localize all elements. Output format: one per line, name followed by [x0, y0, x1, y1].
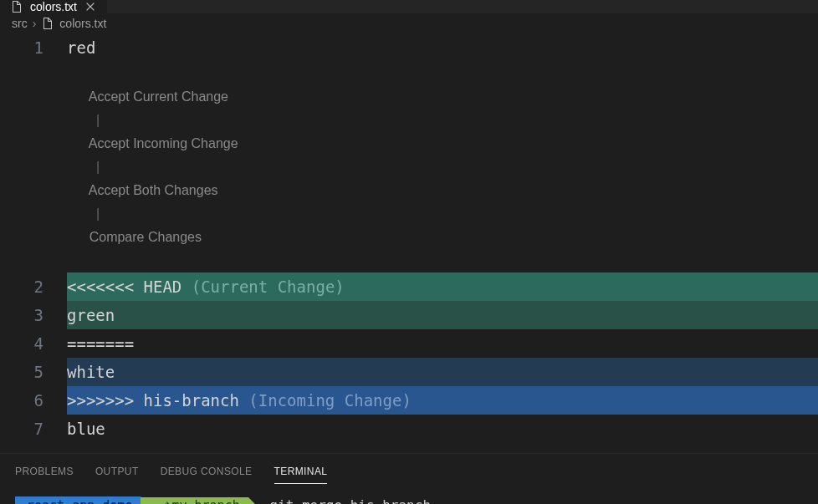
breadcrumb-file[interactable]: colors.txt	[59, 17, 106, 30]
code-content[interactable]: red	[67, 33, 818, 62]
conflict-separator[interactable]: =======	[67, 329, 818, 358]
tab-bar: colors.txt	[0, 0, 818, 13]
close-icon[interactable]	[84, 0, 97, 13]
line-number: 7	[0, 415, 67, 443]
line-number: 1	[0, 33, 67, 62]
code-editor[interactable]: 1 red Accept Current Change | Accept Inc…	[0, 33, 818, 453]
merge-codelens: Accept Current Change | Accept Incoming …	[0, 62, 818, 272]
chevron-right-icon: ›	[33, 17, 37, 30]
code-line: 5 white	[0, 358, 818, 386]
prompt-project-seg: react-app-demo	[15, 496, 141, 504]
tab-debug-console[interactable]: DEBUG CONSOLE	[161, 466, 253, 484]
tab-terminal[interactable]: TERMINAL	[274, 466, 328, 484]
accept-current-button[interactable]: Accept Current Change	[89, 89, 228, 104]
branch-icon: ⎇	[157, 500, 170, 504]
panel-tab-bar: PROBLEMS OUTPUT DEBUG CONSOLE TERMINAL	[0, 461, 818, 484]
prompt-branch-seg: ⎇my-branch	[141, 497, 248, 505]
code-line: 3 green	[0, 301, 818, 329]
code-content[interactable]: white	[67, 358, 818, 386]
terminal-line: react-app-demo⎇my-branch git merge his-b…	[15, 496, 803, 504]
breadcrumb[interactable]: src › colors.txt	[0, 13, 818, 33]
tab-problems[interactable]: PROBLEMS	[15, 466, 74, 484]
code-line: 6 >>>>>>> his-branch (Incoming Change)	[0, 386, 818, 415]
line-number: 4	[0, 329, 67, 358]
editor-tab[interactable]: colors.txt	[0, 0, 108, 13]
conflict-incoming-marker[interactable]: >>>>>>> his-branch (Incoming Change)	[67, 386, 818, 415]
tab-title: colors.txt	[30, 0, 77, 13]
line-number: 5	[0, 358, 67, 386]
code-line: 7 blue	[0, 415, 818, 443]
code-line: 4 =======	[0, 329, 818, 358]
accept-incoming-button[interactable]: Accept Incoming Change	[89, 136, 238, 150]
code-line: 1 red	[0, 33, 818, 62]
terminal-command: git merge his-branch	[269, 497, 431, 504]
code-content[interactable]: blue	[67, 415, 818, 443]
conflict-head-marker[interactable]: <<<<<<< HEAD (Current Change)	[67, 272, 818, 301]
terminal-view[interactable]: react-app-demo⎇my-branch git merge his-b…	[0, 484, 818, 504]
line-number: 3	[0, 301, 67, 329]
file-icon	[10, 0, 23, 13]
bottom-panel: PROBLEMS OUTPUT DEBUG CONSOLE TERMINAL r…	[0, 453, 818, 504]
code-content[interactable]: green	[67, 301, 818, 329]
line-number: 6	[0, 386, 67, 415]
file-icon	[41, 17, 54, 30]
line-number: 2	[0, 272, 67, 301]
compare-changes-button[interactable]: Compare Changes	[89, 230, 202, 244]
accept-both-button[interactable]: Accept Both Changes	[89, 183, 218, 197]
code-line: 2 <<<<<<< HEAD (Current Change)	[0, 272, 818, 301]
breadcrumb-folder[interactable]: src	[12, 17, 28, 30]
tab-output[interactable]: OUTPUT	[95, 466, 139, 484]
